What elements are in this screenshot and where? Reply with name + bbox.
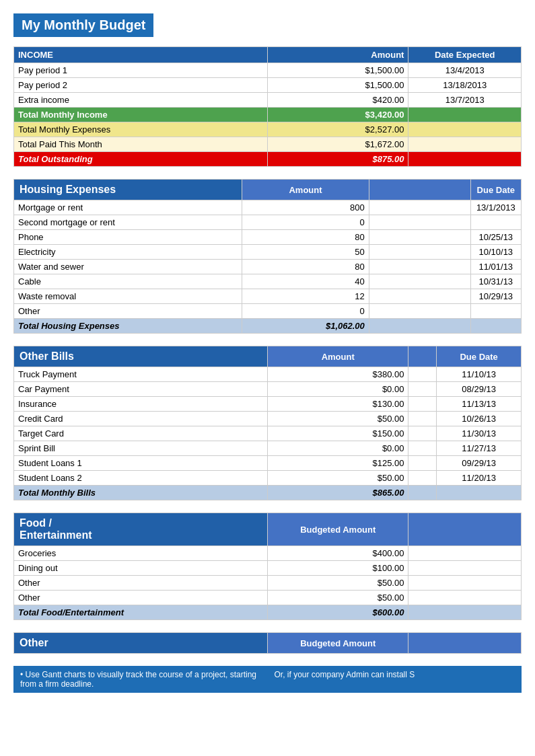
total-outstanding-value: $875.00 <box>268 152 408 167</box>
income-date-header: Date Expected <box>408 47 522 63</box>
total-income-value: $3,420.00 <box>268 108 408 122</box>
other-bills-amount-header: Amount <box>268 346 408 367</box>
food-row: Dining out $100.00 <box>14 561 522 576</box>
food-table: Food / Entertainment Budgeted Amount Gro… <box>13 513 522 620</box>
banner-right: Or, if your company Admin can install S <box>275 670 515 689</box>
other-bills-section-title: Other Bills <box>14 346 268 367</box>
other-section-amount-header: Budgeted Amount <box>268 633 408 654</box>
banner-left: • Use Gantt charts to visually track the… <box>20 670 261 689</box>
other-bills-row: Truck Payment $380.00 11/10/13 <box>14 367 522 382</box>
housing-row: Water and sewer 80 11/01/13 <box>14 260 522 274</box>
other-bills-total-value: $865.00 <box>268 486 408 500</box>
food-row: Groceries $400.00 <box>14 546 522 561</box>
bottom-banner: • Use Gantt charts to visually track the… <box>13 666 522 693</box>
housing-row: Electricity 50 10/10/13 <box>14 245 522 260</box>
income-row: Pay period 1 $1,500.00 13/4/2013 <box>14 63 522 78</box>
housing-section-title: Housing Expenses <box>14 180 242 200</box>
income-table: INCOME Amount Date Expected Pay period 1… <box>13 46 522 167</box>
other-section-title: Other <box>14 633 268 654</box>
total-expenses-value: $2,527.00 <box>268 122 408 137</box>
total-expenses-label: Total Monthly Expenses <box>14 122 268 137</box>
food-total-value: $600.00 <box>268 605 408 620</box>
other-bills-total-label: Total Monthly Bills <box>14 486 268 500</box>
housing-empty-col <box>369 180 470 200</box>
housing-row: Phone 80 10/25/13 <box>14 230 522 245</box>
total-paid-label: Total Paid This Month <box>14 137 268 152</box>
housing-total-value: $1,062.00 <box>242 319 369 334</box>
total-income-label: Total Monthly Income <box>14 108 268 122</box>
housing-amount-header: Amount <box>242 180 369 200</box>
housing-row: Second mortgage or rent 0 <box>14 215 522 230</box>
housing-total-label: Total Housing Expenses <box>14 319 242 334</box>
income-row: Extra income $420.00 13/7/2013 <box>14 93 522 108</box>
food-section-title: Food / Entertainment <box>14 513 268 546</box>
income-section-label: INCOME <box>14 47 268 63</box>
other-bills-row: Student Loans 2 $50.00 11/20/13 <box>14 471 522 486</box>
food-row: Other $50.00 <box>14 591 522 605</box>
page-title: My Monthly Budget <box>13 13 153 37</box>
total-outstanding-label: Total Outstanding <box>14 152 268 167</box>
housing-row: Other 0 <box>14 304 522 319</box>
other-bills-row: Insurance $130.00 11/13/13 <box>14 397 522 412</box>
income-amount-header: Amount <box>268 47 408 63</box>
housing-table: Housing Expenses Amount Due Date Mortgag… <box>13 179 522 334</box>
other-bills-row: Car Payment $0.00 08/29/13 <box>14 382 522 397</box>
food-row: Other $50.00 <box>14 576 522 591</box>
other-bills-table: Other Bills Amount Due Date Truck Paymen… <box>13 346 522 500</box>
housing-row: Waste removal 12 10/29/13 <box>14 289 522 304</box>
food-amount-header: Budgeted Amount <box>268 513 408 546</box>
other-bills-row: Target Card $150.00 11/30/13 <box>14 426 522 441</box>
income-row: Pay period 2 $1,500.00 13/18/2013 <box>14 78 522 93</box>
total-paid-value: $1,672.00 <box>268 137 408 152</box>
other-bills-row: Credit Card $50.00 10/26/13 <box>14 412 522 426</box>
housing-date-header: Due Date <box>470 180 521 200</box>
housing-row: Cable 40 10/31/13 <box>14 274 522 289</box>
housing-row: Mortgage or rent 800 13/1/2013 <box>14 200 522 215</box>
other-bills-row: Student Loans 1 $125.00 09/29/13 <box>14 456 522 471</box>
other-bills-row: Sprint Bill $0.00 11/27/13 <box>14 441 522 456</box>
food-total-label: Total Food/Entertainment <box>14 605 268 620</box>
other-section-table: Other Budgeted Amount <box>13 632 522 654</box>
other-bills-date-header: Due Date <box>437 346 522 367</box>
